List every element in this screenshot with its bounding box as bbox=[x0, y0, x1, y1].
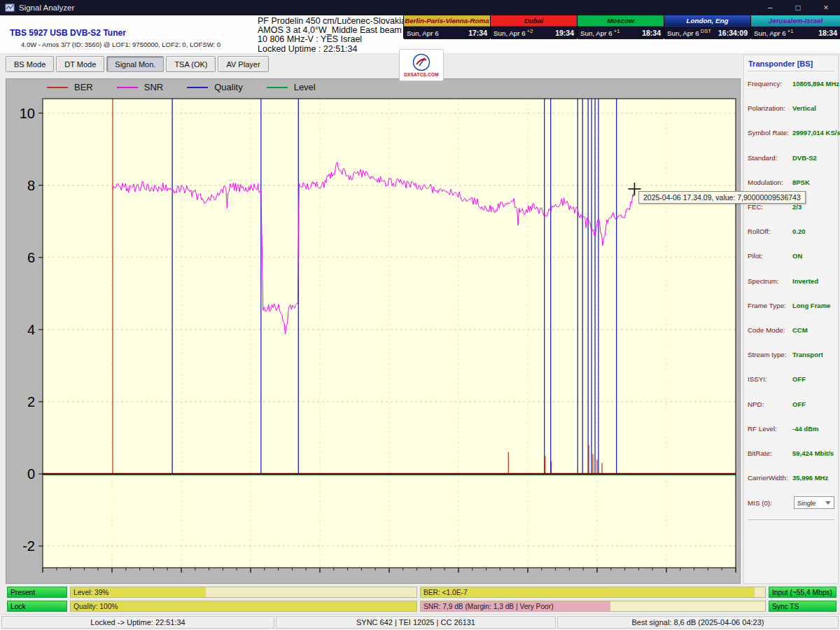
legend-quality: Quality bbox=[187, 82, 242, 92]
field-standard: Standard:DVB-S2 bbox=[748, 146, 834, 170]
field-frame-type: Frame Type:Long Frame bbox=[748, 293, 834, 318]
signal-analyzer-window: Signal Analyzer – □ × TBS 5927 USB DVB-S… bbox=[0, 0, 840, 630]
quality-bar-fill bbox=[71, 601, 416, 611]
quality-bar: Quality: 100% bbox=[70, 601, 417, 612]
clock-time-row: Sun, Apr 6 +1 18:34 bbox=[578, 27, 664, 39]
clock-time-row: Sun, Apr 6 17:34 bbox=[404, 27, 490, 39]
close-button[interactable]: × bbox=[812, 0, 840, 15]
maximize-button[interactable]: □ bbox=[784, 0, 812, 15]
dxsatcs-logo: DXSATCS.COM bbox=[399, 49, 444, 81]
snr-line-swatch bbox=[117, 87, 138, 88]
clock-city-label: Jerusalem-Israel bbox=[751, 15, 840, 27]
app-icon bbox=[5, 3, 15, 13]
ber-bar-label: BER: <1.0E-7 bbox=[424, 589, 468, 596]
present-badge: Present bbox=[7, 587, 67, 598]
ber-line-swatch bbox=[47, 87, 68, 88]
clock-offset: DST bbox=[701, 27, 711, 34]
statusbar-uptime: Locked -> Uptime: 22:51:34 bbox=[1, 616, 274, 629]
clock-date: Sun, Apr 6 bbox=[493, 29, 526, 37]
legend-ber: BER bbox=[47, 82, 93, 92]
clock-offset: +1 bbox=[614, 27, 620, 34]
tab-av-player[interactable]: AV Player bbox=[218, 56, 268, 72]
snr-bar: SNR: 7,9 dB (Margin: 1,3 dB | Very Poor) bbox=[420, 601, 766, 612]
input-badge: Input (~55,4 Mbps) bbox=[769, 587, 836, 598]
ber-bar: BER: <1.0E-7 bbox=[420, 587, 766, 598]
mis-select[interactable]: Single bbox=[794, 496, 834, 509]
legend-level: Level bbox=[267, 82, 316, 92]
clock-city-label: Moscow bbox=[578, 15, 664, 27]
clock-date: Sun, Apr 6 bbox=[754, 29, 786, 37]
svg-text:6: 6 bbox=[27, 250, 35, 265]
svg-text:-2: -2 bbox=[22, 538, 35, 554]
clock-date: Sun, Apr 6 bbox=[667, 29, 699, 37]
clock-time: 19:34 bbox=[555, 29, 574, 37]
chevron-down-icon bbox=[825, 501, 831, 505]
field-bitrate: BitRate:59,424 Mbit/s bbox=[748, 441, 834, 465]
field-rf-level: RF Level:-44 dBm bbox=[748, 416, 834, 441]
clock-date: Sun, Apr 6 bbox=[580, 29, 612, 37]
window-title: Signal Analyzer bbox=[19, 4, 74, 12]
signal-chart[interactable]: BER SNR Quality Level 1086420-2 bbox=[6, 78, 741, 584]
title-bar: Signal Analyzer – □ × bbox=[0, 0, 840, 15]
field-polarization: Polarization:Vertical bbox=[748, 96, 834, 120]
chart-legend: BER SNR Quality Level bbox=[47, 82, 340, 92]
field-issyi: ISSYI:OFF bbox=[748, 367, 834, 391]
level-bar: Level: 39% bbox=[70, 587, 417, 598]
clock-time: 18:34 bbox=[642, 29, 661, 37]
field-stream-type: Stream type:Transport bbox=[748, 342, 834, 367]
tab-dt-mode[interactable]: DT Mode bbox=[56, 56, 104, 72]
sync-ts-badge: Sync TS bbox=[769, 601, 836, 612]
svg-text:8: 8 bbox=[27, 178, 35, 193]
snr-bar-label: SNR: 7,9 dB (Margin: 1,3 dB | Very Poor) bbox=[424, 603, 554, 610]
tuner-subtitle: 4.0W - Amos 3/7 (ID: 3560) @ LOF1: 97500… bbox=[21, 41, 220, 48]
statusbar-sync-counters: SYNC 642 | TEI 12025 | CC 26131 bbox=[276, 616, 556, 629]
dxsatcs-logo-icon bbox=[412, 53, 430, 71]
clock-time: 18:34 bbox=[818, 29, 837, 37]
clock-time-row: Sun, Apr 6 +1 18:34 bbox=[751, 27, 840, 39]
svg-text:0: 0 bbox=[27, 466, 35, 482]
field-mis: MIS (0): Single bbox=[748, 490, 834, 515]
tab-signal-mon[interactable]: Signal Mon. bbox=[106, 56, 164, 72]
field-code-mode: Code Mode:CCM bbox=[748, 318, 834, 342]
field-frequency: Frequency:10805,894 MHz bbox=[748, 71, 834, 96]
clock-offset: +2 bbox=[527, 27, 533, 34]
site-line-4: Locked Uptime : 22:51:34 bbox=[258, 45, 406, 54]
level-bar-label: Level: 39% bbox=[74, 589, 108, 596]
svg-text:4: 4 bbox=[27, 322, 35, 337]
minimize-button[interactable]: – bbox=[756, 0, 784, 15]
svg-text:10: 10 bbox=[20, 106, 35, 121]
field-pilot: Pilot:ON bbox=[748, 244, 834, 268]
clock-panel-dubai: Dubai Sun, Apr 6 +2 19:34 bbox=[490, 15, 577, 38]
clock-offset: +1 bbox=[788, 27, 794, 34]
svg-text:2: 2 bbox=[27, 394, 35, 410]
clock-city-label: Dubai bbox=[491, 15, 577, 27]
clock-panel-london: London, Eng Sun, Apr 6 DST 16:34:09 bbox=[664, 15, 750, 38]
field-spectrum: Spectrum:Inverted bbox=[748, 269, 834, 293]
tuner-title: TBS 5927 USB DVB-S2 Tuner bbox=[10, 28, 126, 38]
clock-panel-jerusalem: Jerusalem-Israel Sun, Apr 6 +1 18:34 bbox=[750, 15, 840, 38]
clock-city-label: London, Eng bbox=[664, 15, 750, 27]
field-carrierwidth: CarrierWidth:35,996 MHz bbox=[748, 465, 834, 490]
quality-bar-label: Quality: 100% bbox=[74, 603, 118, 610]
clock-time: 16:34:09 bbox=[718, 29, 748, 37]
level-line-swatch bbox=[267, 87, 288, 88]
clock-panel-moscow: Moscow Sun, Apr 6 +1 18:34 bbox=[577, 15, 664, 38]
clock-time: 17:34 bbox=[468, 29, 487, 37]
clock-panel-berlin: Berlin-Paris-Vienna-Roma Sun, Apr 6 17:3… bbox=[403, 15, 490, 38]
mis-select-value: Single bbox=[797, 499, 816, 507]
clock-date: Sun, Apr 6 bbox=[407, 29, 439, 37]
transponder-panel-title: Transponder [BS] bbox=[748, 58, 834, 71]
mode-tabs: BS Mode DT Mode Signal Mon. TSA (OK) AV … bbox=[6, 56, 269, 72]
site-line-3: 10 806 MHz-V : YES Israel bbox=[258, 35, 406, 44]
clock-time-row: Sun, Apr 6 DST 16:34:09 bbox=[664, 27, 750, 39]
site-info-block: PF Prodelin 450 cm/Lučenec-Slovakia AMOS… bbox=[258, 17, 406, 54]
dxsatcs-logo-caption: DXSATCS.COM bbox=[404, 72, 439, 77]
field-symbol-rate: Symbol Rate:29997,014 KS/s bbox=[748, 120, 834, 145]
tab-tsa[interactable]: TSA (OK) bbox=[166, 56, 216, 72]
tab-bs-mode[interactable]: BS Mode bbox=[6, 56, 54, 72]
transponder-panel: Transponder [BS] Frequency:10805,894 MHz… bbox=[743, 55, 839, 584]
field-rolloff: RollOff:0.20 bbox=[748, 219, 834, 244]
chart-plot-area[interactable]: 1086420-2 bbox=[6, 79, 740, 583]
clock-city-label: Berlin-Paris-Vienna-Roma bbox=[404, 15, 490, 27]
status-bar: Locked -> Uptime: 22:51:34 SYNC 642 | TE… bbox=[0, 614, 840, 630]
